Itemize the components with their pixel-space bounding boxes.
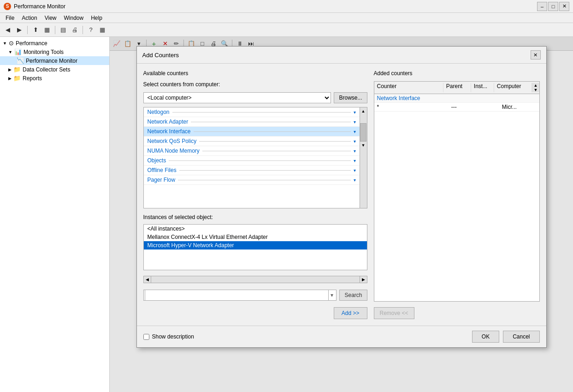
chevron-down-icon: ▾ bbox=[354, 110, 356, 115]
search-input-wrapper: ▾ bbox=[143, 290, 337, 301]
menu-view[interactable]: View bbox=[41, 14, 60, 22]
sidebar-label-performance: Performance bbox=[16, 40, 47, 47]
title-bar-left: S Performance Monitor bbox=[4, 3, 65, 10]
available-counters-label: Available counters bbox=[143, 70, 367, 77]
minimize-button[interactable]: – bbox=[537, 2, 547, 11]
remove-button[interactable]: Remove << bbox=[374, 307, 414, 319]
toolbar-btn3[interactable]: ▤ bbox=[58, 25, 68, 35]
counter-list-wrapper: Netlogon ▾ Network Adapter ▾ bbox=[143, 107, 367, 208]
main-container: ▼ ⊙ Performance ▼ 📊 Monitoring Tools 📉 P… bbox=[0, 37, 573, 392]
maximize-button[interactable]: □ bbox=[548, 2, 558, 11]
reports-icon: 📁 bbox=[13, 75, 21, 82]
counter-item-netlogon[interactable]: Netlogon ▾ bbox=[144, 107, 360, 117]
close-window-button[interactable]: ✕ bbox=[559, 2, 569, 11]
menu-window[interactable]: Window bbox=[60, 14, 88, 22]
sidebar: ▼ ⊙ Performance ▼ 📊 Monitoring Tools 📉 P… bbox=[0, 37, 110, 392]
toolbar-btn4[interactable]: 🖨 bbox=[70, 25, 80, 35]
sidebar-label-monitoring-tools: Monitoring Tools bbox=[24, 49, 64, 55]
dialog-close-button[interactable]: ✕ bbox=[531, 50, 541, 59]
menu-action[interactable]: Action bbox=[18, 14, 41, 22]
counter-item-pager-flow[interactable]: Pager Flow ▾ bbox=[144, 175, 360, 185]
instance-mellanox[interactable]: Mellanox ConnectX-4 Lx Virtual Ethernet … bbox=[144, 233, 367, 241]
title-bar-controls: – □ ✕ bbox=[537, 2, 569, 11]
computer-select[interactable]: <Local computer> bbox=[143, 92, 331, 103]
cancel-button[interactable]: Cancel bbox=[503, 331, 539, 343]
menu-bar: File Action View Window Help bbox=[0, 13, 573, 23]
horizontal-scrollbar[interactable]: ◀ ▶ bbox=[143, 276, 367, 283]
data-collector-sets-icon: 📁 bbox=[13, 66, 21, 73]
modal-overlay: Add Counters ✕ Available counters Select… bbox=[110, 37, 573, 392]
search-input[interactable] bbox=[145, 290, 329, 301]
sidebar-item-data-collector-sets[interactable]: ▶ 📁 Data Collector Sets bbox=[0, 65, 109, 74]
chevron-down-icon: ▾ bbox=[354, 158, 356, 163]
scrollbar-thumb[interactable] bbox=[360, 123, 366, 142]
instance-all[interactable]: <All instances> bbox=[144, 225, 367, 233]
h-scroll-left[interactable]: ◀ bbox=[144, 276, 151, 283]
chevron-down-icon: ▾ bbox=[354, 119, 356, 125]
counter-list: Netlogon ▾ Network Adapter ▾ bbox=[144, 107, 360, 208]
remove-btn-row: Remove << bbox=[374, 307, 540, 319]
scroll-down-button[interactable]: ▼ bbox=[360, 142, 367, 149]
col-counter: Counter bbox=[374, 83, 443, 92]
added-counters-box: Counter Parent Inst... Computer ▲ ▼ bbox=[374, 81, 540, 302]
counter-item-network-adapter[interactable]: Network Adapter ▾ bbox=[144, 117, 360, 127]
added-counters-header: Counter Parent Inst... Computer ▲ ▼ bbox=[374, 82, 539, 94]
counter-item-network-qos[interactable]: Network QoS Policy ▾ bbox=[144, 137, 360, 146]
expand-icon4: ▶ bbox=[8, 76, 12, 81]
sidebar-item-performance[interactable]: ▼ ⊙ Performance bbox=[0, 39, 109, 48]
chevron-down-icon: ▾ bbox=[354, 139, 356, 144]
h-scroll-right[interactable]: ▶ bbox=[360, 276, 367, 283]
menu-file[interactable]: File bbox=[2, 14, 18, 22]
expand-icon2: ▼ bbox=[8, 50, 12, 54]
footer-buttons: OK Cancel bbox=[472, 331, 540, 343]
counter-item-numa[interactable]: NUMA Node Memory ▾ bbox=[144, 146, 360, 156]
chevron-down-icon: ▾ bbox=[354, 178, 356, 183]
toolbar-up[interactable]: ⬆ bbox=[30, 25, 41, 35]
toolbar-forward[interactable]: ▶ bbox=[14, 25, 24, 35]
instance-hyperv[interactable]: Microsoft Hyper-V Network Adapter bbox=[144, 241, 367, 249]
show-description-label: Show description bbox=[152, 333, 194, 340]
col-inst: Inst... bbox=[471, 83, 494, 92]
sidebar-item-performance-monitor[interactable]: 📉 Performance Monitor bbox=[0, 56, 109, 65]
table-scroll-up[interactable]: ▲ bbox=[532, 83, 539, 88]
ac-cell-category-label: Network Interface bbox=[374, 95, 449, 101]
toolbar-sep3 bbox=[83, 26, 83, 34]
app-icon: S bbox=[4, 3, 11, 10]
toolbar-sep1 bbox=[27, 26, 28, 34]
monitoring-tools-icon: 📊 bbox=[14, 48, 22, 55]
sidebar-label-data-collector-sets: Data Collector Sets bbox=[23, 66, 70, 73]
instances-list: <All instances> Mellanox ConnectX-4 Lx V… bbox=[143, 224, 367, 270]
computer-select-row: <Local computer> Browse... bbox=[143, 92, 367, 103]
sidebar-item-reports[interactable]: ▶ 📁 Reports bbox=[0, 74, 109, 83]
toolbar-properties[interactable]: ▦ bbox=[97, 25, 107, 35]
toolbar-back[interactable]: ◀ bbox=[3, 25, 13, 35]
browse-button[interactable]: Browse... bbox=[334, 92, 367, 103]
chevron-down-icon: ▾ bbox=[354, 129, 356, 134]
counter-item-network-interface[interactable]: Network Interface ▾ bbox=[144, 127, 360, 137]
performance-icon: ⊙ bbox=[9, 40, 14, 47]
ok-button[interactable]: OK bbox=[472, 331, 499, 343]
select-computer-label: Select counters from computer: bbox=[143, 81, 367, 88]
scroll-up-button[interactable]: ▲ bbox=[360, 107, 367, 115]
right-panel: Added counters Counter Parent Inst... Co… bbox=[374, 70, 540, 319]
search-button[interactable]: Search bbox=[339, 290, 367, 301]
sidebar-item-monitoring-tools[interactable]: ▼ 📊 Monitoring Tools bbox=[0, 48, 109, 56]
counter-list-scrollbar[interactable]: ▲ ▼ bbox=[360, 107, 367, 208]
table-scroll-down[interactable]: ▼ bbox=[532, 88, 539, 92]
toolbar-help[interactable]: ? bbox=[86, 25, 96, 35]
dropdown-arrow-icon[interactable]: ▾ bbox=[329, 292, 335, 298]
h-scroll-track bbox=[151, 276, 360, 283]
table-scroll-buttons: ▲ ▼ bbox=[532, 83, 539, 92]
counter-item-offline-files[interactable]: Offline Files ▾ bbox=[144, 166, 360, 175]
menu-help[interactable]: Help bbox=[87, 14, 106, 22]
expand-icon: ▼ bbox=[3, 41, 7, 46]
ac-cell-parent: --- bbox=[449, 104, 476, 110]
show-description-checkbox[interactable] bbox=[143, 334, 149, 340]
sidebar-label-performance-monitor: Performance Monitor bbox=[26, 58, 77, 64]
counter-item-objects[interactable]: Objects ▾ bbox=[144, 156, 360, 166]
add-button[interactable]: Add >> bbox=[334, 307, 367, 319]
dialog-body: Available counters Select counters from … bbox=[137, 64, 546, 326]
sidebar-label-reports: Reports bbox=[23, 75, 42, 82]
search-row: ▾ Search bbox=[143, 290, 367, 301]
toolbar-show-hide[interactable]: ▦ bbox=[42, 25, 52, 35]
